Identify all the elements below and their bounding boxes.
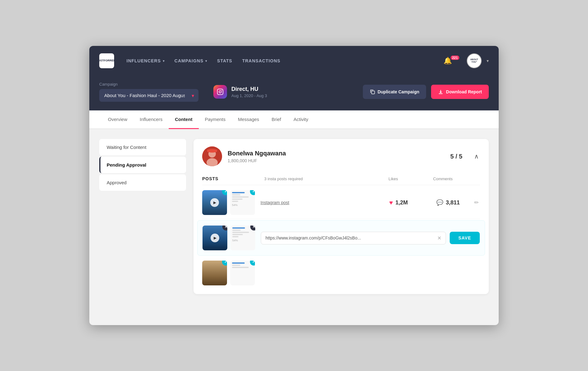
stat-bar bbox=[232, 234, 243, 235]
save-button[interactable]: SAVE bbox=[450, 232, 480, 244]
collapse-button[interactable]: ∧ bbox=[473, 151, 480, 161]
svg-rect-0 bbox=[217, 89, 223, 95]
post-thumb-2b[interactable]: 54% ✕ bbox=[230, 226, 255, 250]
download-report-button[interactable]: Download Report bbox=[431, 85, 489, 99]
campaign-select[interactable]: About You - Fashion Haul - 2020 August bbox=[99, 89, 198, 102]
header-right: 🔔 221 ABOUT YOU° ▾ bbox=[443, 53, 489, 68]
play-icon: ▶ bbox=[210, 198, 219, 207]
download-icon bbox=[438, 89, 443, 95]
url-clear-button[interactable]: ✕ bbox=[437, 235, 441, 241]
post-thumbnails-1: ▶ ✓ 54% bbox=[202, 190, 258, 215]
campaign-details: Direct, HU Aug 1, 2020 - Aug 3 bbox=[231, 86, 267, 98]
stat-bar bbox=[232, 194, 240, 195]
influencer-header: Bonelwa Ngqawana 1,800,000 HUF 5 / 5 ∧ bbox=[202, 146, 480, 166]
stat-bar bbox=[232, 230, 241, 231]
post-likes-1: ♥ 1,2M bbox=[374, 199, 423, 206]
tab-activity[interactable]: Activity bbox=[287, 110, 314, 129]
influencer-name: Bonelwa Ngqawana bbox=[228, 150, 286, 157]
heart-icon: ♥ bbox=[389, 199, 393, 206]
tab-messages[interactable]: Messages bbox=[232, 110, 265, 129]
comment-icon: 💬 bbox=[436, 199, 443, 206]
header: POST FOR RENT INFLUENCERS ▾ CAMPAIGNS ▾ … bbox=[89, 46, 499, 76]
svg-rect-3 bbox=[372, 91, 375, 94]
campaign-selector-group: Campaign About You - Fashion Haul - 2020… bbox=[99, 82, 198, 102]
notification-bell[interactable]: 🔔 221 bbox=[443, 57, 462, 65]
nav-transactions[interactable]: TRANSACTIONS bbox=[242, 58, 280, 63]
likes-column-header: Likes bbox=[368, 177, 418, 181]
post-thumb-1a[interactable]: ▶ ✓ bbox=[202, 190, 227, 215]
nav-campaigns-arrow: ▾ bbox=[205, 59, 207, 63]
post-thumb-1b[interactable]: 54% ✓ bbox=[230, 190, 255, 215]
play-icon-2: ▶ bbox=[211, 234, 219, 242]
stat-bar bbox=[232, 262, 245, 264]
tab-overview[interactable]: Overview bbox=[102, 110, 134, 129]
post-link-1[interactable]: Instagram post bbox=[258, 200, 374, 205]
stat-bar bbox=[232, 236, 238, 237]
post-row-3: ✓ ✓ bbox=[202, 257, 480, 287]
campaign-bar: Campaign About You - Fashion Haul - 2020… bbox=[89, 76, 499, 110]
tab-payments[interactable]: Payments bbox=[199, 110, 232, 129]
svg-point-2 bbox=[221, 90, 222, 91]
post-thumb-3b[interactable]: ✓ bbox=[230, 261, 255, 285]
campaign-select-wrapper: About You - Fashion Haul - 2020 August ▾ bbox=[99, 89, 198, 102]
campaign-dates: Aug 1, 2020 - Aug 3 bbox=[231, 93, 267, 98]
campaign-platform: Direct, HU bbox=[231, 86, 267, 92]
svg-point-1 bbox=[219, 91, 221, 93]
posts-column-label: POSTS bbox=[202, 176, 264, 181]
stat-bar bbox=[232, 199, 243, 200]
user-avatar[interactable]: ABOUT YOU° bbox=[467, 53, 482, 68]
tab-brief[interactable]: Brief bbox=[265, 110, 287, 129]
nav-influencers-arrow: ▾ bbox=[163, 59, 165, 63]
stat-bar bbox=[232, 201, 238, 202]
url-input[interactable] bbox=[265, 235, 435, 240]
tab-influencers[interactable]: Influencers bbox=[134, 110, 169, 129]
post-thumb-2a[interactable]: ▶ ✕ bbox=[203, 226, 227, 250]
campaign-info: Direct, HU Aug 1, 2020 - Aug 3 bbox=[213, 85, 267, 99]
influencer-info: Bonelwa Ngqawana 1,800,000 HUF bbox=[228, 150, 286, 163]
stat-bar bbox=[232, 232, 249, 233]
header-left: POST FOR RENT INFLUENCERS ▾ CAMPAIGNS ▾ … bbox=[99, 53, 280, 68]
post-row-1: ▶ ✓ 54% bbox=[202, 186, 480, 219]
stat-bar bbox=[232, 265, 240, 266]
duplicate-campaign-button[interactable]: Duplicate Campaign bbox=[363, 85, 426, 99]
post-thumbnails-3: ✓ ✓ bbox=[202, 261, 258, 285]
stat-bar bbox=[232, 267, 249, 268]
influencer-post-count: 5 / 5 bbox=[450, 153, 462, 160]
nav-campaigns[interactable]: CAMPAIGNS ▾ bbox=[175, 58, 207, 63]
notification-badge: 221 bbox=[451, 56, 459, 60]
app-window: POST FOR RENT INFLUENCERS ▾ CAMPAIGNS ▾ … bbox=[89, 46, 499, 325]
influencer-card: Bonelwa Ngqawana 1,800,000 HUF 5 / 5 ∧ P… bbox=[194, 139, 489, 294]
sidebar-item-pending[interactable]: Pending Approval bbox=[99, 157, 186, 173]
stat-bar bbox=[232, 227, 245, 229]
url-input-row: ✕ SAVE bbox=[258, 232, 480, 244]
influencer-amount: 1,800,000 HUF bbox=[228, 158, 286, 163]
sidebar-item-waiting[interactable]: Waiting for Content bbox=[99, 139, 186, 155]
influencer-avatar bbox=[202, 146, 222, 166]
avatar-arrow[interactable]: ▾ bbox=[487, 58, 489, 63]
nav-stats[interactable]: STATS bbox=[217, 58, 232, 63]
sidebar: Waiting for Content Pending Approval App… bbox=[99, 139, 186, 305]
comments-column-header: Comments bbox=[418, 177, 468, 181]
duplicate-icon bbox=[370, 89, 375, 95]
instagram-icon bbox=[213, 85, 227, 99]
tabs-bar: Overview Influencers Content Payments Me… bbox=[89, 110, 499, 129]
url-input-wrapper: ✕ bbox=[261, 232, 446, 244]
campaign-label: Campaign bbox=[99, 82, 198, 87]
post-comments-1: 💬 3,811 bbox=[423, 199, 473, 206]
posts-header: POSTS 3 insta posts required Likes Comme… bbox=[202, 174, 480, 185]
tab-content[interactable]: Content bbox=[169, 110, 199, 129]
post-thumb-3a[interactable]: ✓ bbox=[202, 261, 227, 285]
post-row-2: ▶ ✕ 54% bbox=[197, 220, 485, 256]
logo: POST FOR RENT bbox=[99, 53, 114, 68]
influencer-avatar-img bbox=[202, 146, 222, 166]
edit-button-1[interactable]: ✏ bbox=[473, 198, 480, 207]
sidebar-item-approved[interactable]: Approved bbox=[99, 174, 186, 191]
content-area: Bonelwa Ngqawana 1,800,000 HUF 5 / 5 ∧ P… bbox=[194, 139, 489, 305]
nav-influencers[interactable]: INFLUENCERS ▾ bbox=[127, 58, 165, 63]
stat-bar bbox=[232, 192, 245, 193]
main-content: Waiting for Content Pending Approval App… bbox=[89, 129, 499, 315]
svg-rect-8 bbox=[207, 150, 217, 152]
stat-bar bbox=[232, 196, 249, 198]
posts-required-label: 3 insta posts required bbox=[264, 177, 368, 181]
campaign-actions: Duplicate Campaign Download Report bbox=[363, 85, 489, 99]
